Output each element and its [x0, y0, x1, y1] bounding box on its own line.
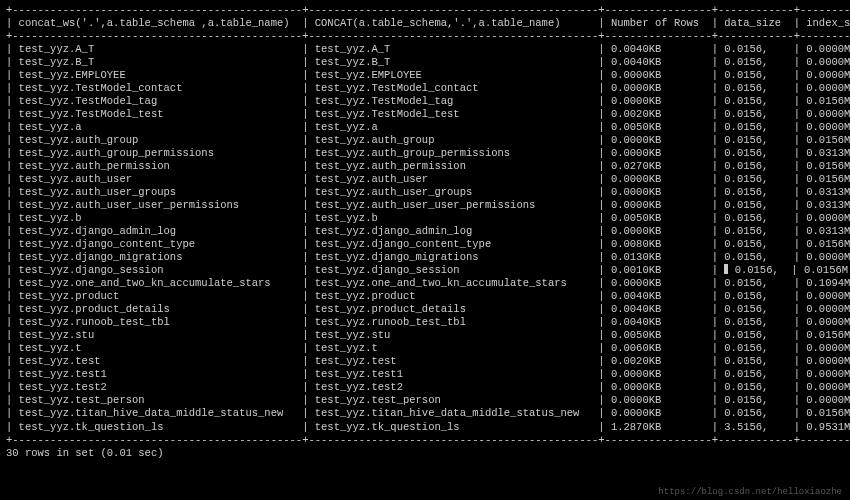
table-separator: +---------------------------------------… [6, 30, 850, 43]
table-row: | test_yyz.auth_user_groups | test_yyz.a… [6, 186, 850, 199]
watermark: https://blog.csdn.net/helloxiaozhe [658, 487, 842, 498]
footer-status: 30 rows in set (0.01 sec) [6, 447, 850, 460]
table-row: | test_yyz.test_person | test_yyz.test_p… [6, 394, 850, 407]
table-row: | test_yyz.test1 | test_yyz.test1 | 0.00… [6, 368, 850, 381]
table-row: | test_yyz.test2 | test_yyz.test2 | 0.00… [6, 381, 850, 394]
table-row: | test_yyz.product | test_yyz.product | … [6, 290, 850, 303]
terminal-output: +---------------------------------------… [0, 0, 850, 500]
table-row: | test_yyz.tk_question_ls | test_yyz.tk_… [6, 421, 850, 434]
table-separator: +---------------------------------------… [6, 4, 850, 17]
table-separator: +---------------------------------------… [6, 434, 850, 447]
table-row: | test_yyz.django_content_type | test_yy… [6, 238, 850, 251]
table-row: | test_yyz.auth_permission | test_yyz.au… [6, 160, 850, 173]
table-row: | test_yyz.test | test_yyz.test | 0.0020… [6, 355, 850, 368]
table-row: | test_yyz.TestModel_tag | test_yyz.Test… [6, 95, 850, 108]
table-row: | test_yyz.TestModel_test | test_yyz.Tes… [6, 108, 850, 121]
table-row: | test_yyz.django_session | test_yyz.dja… [6, 264, 850, 277]
table-row: | test_yyz.auth_user | test_yyz.auth_use… [6, 173, 850, 186]
table-row: | test_yyz.titan_hive_data_middle_status… [6, 407, 850, 420]
table-row: | test_yyz.stu | test_yyz.stu | 0.0050KB… [6, 329, 850, 342]
table-row: | test_yyz.t | test_yyz.t | 0.0060KB | 0… [6, 342, 850, 355]
table-row: | test_yyz.auth_group | test_yyz.auth_gr… [6, 134, 850, 147]
table-row: | test_yyz.product_details | test_yyz.pr… [6, 303, 850, 316]
result-table: +---------------------------------------… [6, 4, 850, 447]
table-header-row: | concat_ws('.',a.table_schema ,a.table_… [6, 17, 850, 30]
table-row: | test_yyz.django_admin_log | test_yyz.d… [6, 225, 850, 238]
table-row: | test_yyz.auth_user_user_permissions | … [6, 199, 850, 212]
table-row: | test_yyz.auth_group_permissions | test… [6, 147, 850, 160]
table-row: | test_yyz.runoob_test_tbl | test_yyz.ru… [6, 316, 850, 329]
table-row: | test_yyz.TestModel_contact | test_yyz.… [6, 82, 850, 95]
table-row: | test_yyz.A_T | test_yyz.A_T | 0.0040KB… [6, 43, 850, 56]
table-row: | test_yyz.a | test_yyz.a | 0.0050KB | 0… [6, 121, 850, 134]
table-row: | test_yyz.one_and_two_kn_accumulate_sta… [6, 277, 850, 290]
table-row: | test_yyz.b | test_yyz.b | 0.0050KB | 0… [6, 212, 850, 225]
table-row: | test_yyz.EMPLOYEE | test_yyz.EMPLOYEE … [6, 69, 850, 82]
table-row: | test_yyz.B_T | test_yyz.B_T | 0.0040KB… [6, 56, 850, 69]
table-row: | test_yyz.django_migrations | test_yyz.… [6, 251, 850, 264]
